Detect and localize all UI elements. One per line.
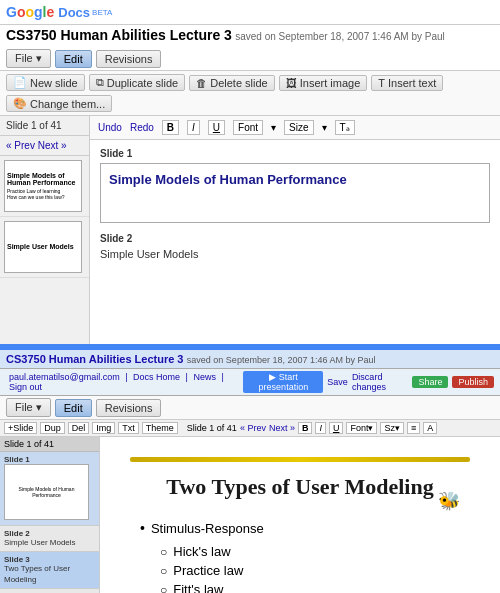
thumb-title-1: Simple Models of Human Performance	[7, 172, 79, 186]
bottom-font-btn[interactable]: Font▾	[346, 422, 377, 434]
sign-out-link[interactable]: Sign out	[9, 382, 42, 392]
doc-title: CS3750 Human Abilities Lecture 3	[6, 27, 232, 43]
duplicate-icon: ⧉	[96, 76, 104, 89]
bottom-size-btn[interactable]: Sz▾	[380, 422, 404, 434]
thumb-box-1: Simple Models of Human Performance Pract…	[4, 160, 82, 212]
insert-image-btn[interactable]: 🖼 Insert image	[279, 75, 368, 91]
slide-1-preview: Simple Models of Human Performance	[100, 163, 490, 223]
bottom-color-btn[interactable]: A	[423, 422, 437, 434]
bottom-del-btn[interactable]: Del	[68, 422, 90, 434]
delete-icon: 🗑	[196, 77, 207, 89]
bottom-links: paul.atematilso@gmail.com | Docs Home | …	[6, 372, 243, 392]
slide-counter-top: Slide 1 of 41	[6, 120, 62, 131]
mini-slide-2-num: Slide 2	[4, 529, 95, 538]
size-select[interactable]: Size	[284, 120, 313, 135]
insert-text-btn[interactable]: T Insert text	[371, 75, 443, 91]
edit-menu[interactable]: Edit	[55, 50, 92, 68]
slide-nav-top: Slide 1 of 41	[0, 116, 89, 136]
bottom-dup-btn[interactable]: Dup	[40, 422, 65, 434]
slide-1-indicator: Slide 1	[100, 148, 490, 159]
font-select[interactable]: Font	[233, 120, 263, 135]
undo-btn[interactable]: Undo	[98, 122, 122, 133]
main-slide-title: Two Types of User Modeling	[130, 474, 470, 500]
file-menu[interactable]: File ▾	[6, 49, 51, 68]
slide-color-bar	[130, 457, 470, 462]
bottom-theme-btn[interactable]: Theme	[142, 422, 178, 434]
discard-link[interactable]: Discard changes	[352, 372, 409, 392]
share-btn[interactable]: Share	[412, 376, 448, 388]
top-slide-list: Slide 1 of 41 « Prev Next » Simple Model…	[0, 116, 90, 344]
duplicate-slide-btn[interactable]: ⧉ Duplicate slide	[89, 74, 186, 91]
slide-1-title: Simple Models of Human Performance	[109, 172, 481, 187]
bottom-underline-btn[interactable]: U	[329, 422, 344, 434]
bottom-bold-btn[interactable]: B	[298, 422, 313, 434]
left-slide-counter: Slide 1 of 41	[0, 437, 99, 452]
slide-thumb-1[interactable]: Simple Models of Human Performance Pract…	[0, 156, 89, 217]
mini-slide-1[interactable]: Slide 1 Simple Models of Human Performan…	[0, 452, 99, 526]
top-slide-panel: Slide 1 of 41 « Prev Next » Simple Model…	[0, 116, 500, 346]
app-logo: Google Docs BETA	[6, 4, 112, 20]
publish-btn[interactable]: Publish	[452, 376, 494, 388]
bottom-file-menu[interactable]: File ▾	[6, 398, 51, 417]
bottom-format-toolbar: +Slide Dup Del Img Txt Theme Slide 1 of …	[0, 420, 500, 437]
start-presentation-btn[interactable]: ▶ Start presentation	[243, 371, 323, 393]
bottom-prev-btn[interactable]: « Prev	[240, 423, 266, 433]
image-icon: 🖼	[286, 77, 297, 89]
top-menu-bar: File ▾ Edit Revisions	[0, 47, 500, 71]
slide-toolbar-top: 📄 New slide ⧉ Duplicate slide 🗑 Delete s…	[0, 71, 500, 116]
text-icon: T	[378, 77, 385, 89]
text-color-btn[interactable]: Tₐ	[335, 120, 355, 135]
bottom-menu-bar: File ▾ Edit Revisions	[0, 396, 500, 420]
bottom-new-slide-btn[interactable]: +Slide	[4, 422, 37, 434]
mini-slide-3-num: Slide 3	[4, 555, 95, 564]
left-slide-list: Slide 1 of 41 Slide 1 Simple Models of H…	[0, 437, 100, 593]
bold-btn[interactable]: B	[162, 120, 179, 135]
thumb-title-2: Simple User Models	[7, 243, 79, 250]
mini-slide-2-title: Simple User Models	[4, 538, 95, 548]
mini-slide-4[interactable]: Slide 4 Power law of practice	[0, 589, 99, 593]
doc-title-bar: CS3750 Human Abilities Lecture 3 saved o…	[0, 25, 500, 47]
beta-badge: BETA	[92, 8, 112, 17]
bottom-next-btn[interactable]: Next »	[269, 423, 295, 433]
new-slide-btn[interactable]: 📄 New slide	[6, 74, 85, 91]
doc-save-info: saved on September 18, 2007 1:46 AM by P…	[235, 31, 445, 42]
news-link[interactable]: News	[193, 372, 216, 382]
redo-btn[interactable]: Redo	[130, 122, 154, 133]
save-link[interactable]: Save	[327, 377, 348, 387]
underline-btn[interactable]: U	[208, 120, 225, 135]
mini-thumb-1-text: Simple Models of Human Performance	[5, 484, 88, 500]
change-theme-btn[interactable]: 🎨 Change them...	[6, 95, 112, 112]
bottom-edit-menu[interactable]: Edit	[55, 399, 92, 417]
mini-slide-3[interactable]: Slide 3 Two Types of User Modeling	[0, 552, 99, 589]
bottom-slide-counter: Slide 1 of 41	[187, 423, 237, 433]
mini-slide-2[interactable]: Slide 2 Simple User Models	[0, 526, 99, 552]
thumb-body-1: Practice Law of learningHow can we use t…	[7, 188, 79, 200]
bottom-align-btn[interactable]: ≡	[407, 422, 420, 434]
slide-thumb-2[interactable]: Simple User Models	[0, 217, 89, 278]
bottom-actions: ▶ Start presentation Save Discard change…	[243, 371, 494, 393]
docs-home-link[interactable]: Docs Home	[133, 372, 180, 382]
bottom-txt-btn[interactable]: Txt	[118, 422, 139, 434]
bottom-top-bar: paul.atematilso@gmail.com | Docs Home | …	[0, 369, 500, 396]
left-counter-text: Slide 1 of 41	[4, 439, 54, 449]
slide-2-indicator: Slide 2	[100, 233, 490, 244]
bottom-img-btn[interactable]: Img	[92, 422, 115, 434]
bottom-italic-btn[interactable]: I	[315, 422, 326, 434]
format-toolbar-top: Undo Redo B I U Font▾ Size▾ Tₐ	[90, 116, 500, 140]
bullet-hicks-law: Hick's law	[160, 544, 470, 559]
italic-btn[interactable]: I	[187, 120, 200, 135]
bullet-practice-law: Practice law	[160, 563, 470, 578]
google-wordmark: Google	[6, 4, 54, 20]
revisions-menu[interactable]: Revisions	[96, 50, 162, 68]
bottom-revisions-menu[interactable]: Revisions	[96, 399, 162, 417]
prev-btn-top[interactable]: « Prev	[6, 140, 35, 151]
delete-slide-btn[interactable]: 🗑 Delete slide	[189, 75, 274, 91]
slide-body: Stimulus-Response Hick's law Practice la…	[130, 520, 470, 593]
slide-2-area: Slide 2 Simple User Models	[100, 233, 490, 260]
top-header: Google Docs BETA CS3750 Human Abilities …	[0, 0, 500, 116]
slide-2-title: Simple User Models	[100, 248, 490, 260]
email-link[interactable]: paul.atematilso@gmail.com	[9, 372, 120, 382]
logo-bar: Google Docs BETA	[0, 0, 500, 25]
next-btn-top[interactable]: Next »	[38, 140, 67, 151]
slide-area-top: Slide 1 Simple Models of Human Performan…	[90, 140, 500, 268]
